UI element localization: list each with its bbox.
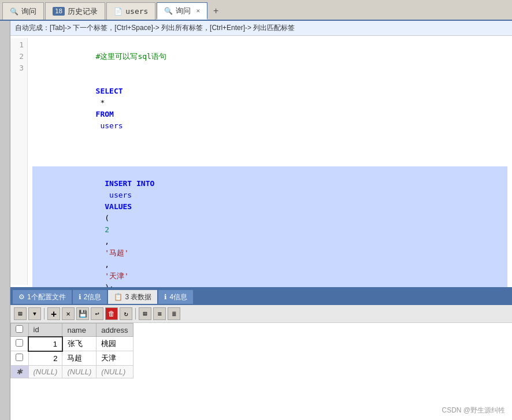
code-line-3: INSERT INTO users VALUES ( 2 , '马超' , '天… — [32, 143, 507, 287]
main-container: 🔍 询问 18 历史记录 📄 users 🔍 询问 ✕ + — [0, 0, 512, 420]
tab-query2-label: 询问 — [176, 6, 191, 16]
row2-address[interactable]: 天津 — [97, 351, 133, 366]
tab-query2-close[interactable]: ✕ — [196, 7, 200, 14]
data-table: id name address 1 张飞 — [10, 323, 133, 378]
line-numbers: 1 2 3 — [10, 38, 28, 285]
rownull-address: (NULL) — [97, 366, 133, 378]
table-row[interactable]: 1 张飞 桃园 — [11, 337, 133, 351]
line3-str2: '天津' — [105, 272, 129, 280]
tab-users[interactable]: 📄 users — [106, 2, 155, 20]
trash-btn[interactable]: 🗑 — [105, 307, 118, 320]
autocomplete-hint: 自动完成：[Tab]-> 下一个标签，[Ctrl+Space]-> 列出所有标签… — [10, 21, 512, 36]
bottom-tab-tabledata[interactable]: 📋 3 表数据 — [108, 290, 157, 304]
sep1 — [44, 308, 44, 319]
row2-checkbox[interactable] — [11, 351, 29, 366]
header-checkbox — [11, 324, 29, 337]
table-row[interactable]: 2 马超 天津 — [11, 351, 133, 366]
line3-table: users — [105, 191, 136, 199]
text-view-btn[interactable]: ≣ — [168, 307, 180, 320]
tab-query2[interactable]: 🔍 询问 ✕ — [157, 2, 207, 20]
line2-select: SELECT — [96, 87, 123, 95]
line2-from: FROM — [96, 110, 114, 118]
save-btn[interactable]: 💾 — [76, 307, 89, 320]
header-id: id — [28, 324, 62, 337]
bottom-tab-info2[interactable]: ℹ 2信息 — [73, 290, 107, 304]
dropdown-btn[interactable]: ▼ — [28, 307, 41, 320]
row1-address[interactable]: 桃园 — [97, 337, 133, 351]
line3-comma2: , — [105, 260, 109, 269]
code-editor[interactable]: 1 2 3 #这里可以写sql语句 SELECT * FROM — [10, 36, 512, 287]
row1-id[interactable]: 1 — [28, 337, 62, 351]
query2-icon: 🔍 — [164, 7, 173, 15]
bottom-tab-bar: ⚙ 1个配置文件 ℹ 2信息 📋 3 表数据 ℹ 4信息 — [10, 289, 512, 305]
row2-id[interactable]: 2 — [28, 351, 62, 366]
tab-bar: 🔍 询问 18 历史记录 📄 users 🔍 询问 ✕ + — [0, 0, 512, 21]
line3-values: VALUES — [105, 202, 132, 211]
rownull-id: (NULL) — [28, 366, 62, 378]
result-toolbar: ⊞ ▼ + ✕ 💾 ↩ 🗑 ↻ ⊞ ≡ ≣ — [10, 305, 512, 323]
code-content[interactable]: #这里可以写sql语句 SELECT * FROM users INSERT I… — [28, 38, 512, 285]
bottom-tab-config-label: 1个配置文件 — [27, 292, 66, 302]
refresh-btn[interactable]: ↻ — [120, 307, 132, 320]
bottom-tab-info4-label: 4信息 — [169, 292, 187, 302]
row1-check[interactable] — [16, 339, 23, 347]
code-line-1: #这里可以写sql语句 — [32, 39, 507, 74]
bottom-tab-config[interactable]: ⚙ 1个配置文件 — [13, 290, 72, 304]
data-table-container[interactable]: id name address 1 张飞 — [10, 323, 512, 420]
users-icon: 📄 — [114, 8, 123, 16]
tabledata-icon: 📋 — [114, 293, 123, 301]
tab-add-button[interactable]: + — [209, 2, 223, 20]
grid-view-btn[interactable]: ⊞ — [139, 307, 151, 320]
config-icon: ⚙ — [18, 293, 25, 301]
discard-btn[interactable]: ↩ — [91, 307, 103, 320]
delete-row-btn[interactable]: ✕ — [62, 307, 75, 320]
tab-users-label: users — [125, 7, 148, 16]
line3-str1: '马超' — [105, 248, 129, 257]
header-address: address — [97, 324, 133, 337]
line3-comma1: , — [105, 237, 109, 246]
row-null-indicator: ✱ — [11, 366, 29, 378]
row2-name[interactable]: 马超 — [62, 351, 97, 366]
tab-history[interactable]: 18 历史记录 — [45, 2, 105, 20]
add-row-btn[interactable]: + — [47, 307, 60, 320]
info4-icon: ℹ — [164, 293, 167, 301]
rownull-name: (NULL) — [62, 366, 97, 378]
line2-star: * — [96, 98, 109, 107]
tab-query1[interactable]: 🔍 询问 — [2, 2, 44, 20]
sep2 — [135, 308, 136, 319]
bottom-panel: ⚙ 1个配置文件 ℹ 2信息 📋 3 表数据 ℹ 4信息 — [10, 287, 512, 420]
info2-icon: ℹ — [79, 293, 81, 301]
grid-btn[interactable]: ⊞ — [14, 307, 27, 320]
line1-comment: #这里可以写sql语句 — [96, 52, 166, 61]
table-row-null[interactable]: ✱ (NULL) (NULL) (NULL) — [11, 366, 133, 378]
tab-query1-label: 询问 — [21, 6, 36, 17]
line2-table: users — [96, 121, 123, 130]
line3-insert: INSERT INTO — [105, 179, 154, 188]
select-all-checkbox[interactable] — [16, 325, 23, 333]
code-line-2: SELECT * FROM users — [32, 74, 507, 143]
line3-num: 2 — [105, 225, 109, 234]
header-name: name — [62, 324, 97, 337]
row1-checkbox[interactable] — [11, 337, 29, 351]
row1-name[interactable]: 张飞 — [62, 337, 97, 351]
query1-icon: 🔍 — [10, 8, 18, 16]
line3-paren2: ); — [105, 283, 114, 287]
bottom-tab-tabledata-label: 3 表数据 — [125, 292, 151, 302]
bottom-tab-info2-label: 2信息 — [84, 292, 102, 302]
form-view-btn[interactable]: ≡ — [153, 307, 166, 320]
editor-area: 自动完成：[Tab]-> 下一个标签，[Ctrl+Space]-> 列出所有标签… — [10, 21, 512, 287]
history-badge: 18 — [53, 7, 65, 16]
row2-check[interactable] — [16, 354, 23, 361]
line3-selected: INSERT INTO users VALUES ( 2 , '马超' , '天… — [32, 166, 507, 287]
left-sidebar — [0, 21, 10, 420]
tab-history-label: 历史记录 — [68, 6, 98, 17]
line3-paren1: ( — [105, 214, 109, 222]
bottom-tab-info4[interactable]: ℹ 4信息 — [158, 290, 193, 304]
watermark: CSDN @野生源纠牲 — [441, 406, 505, 415]
